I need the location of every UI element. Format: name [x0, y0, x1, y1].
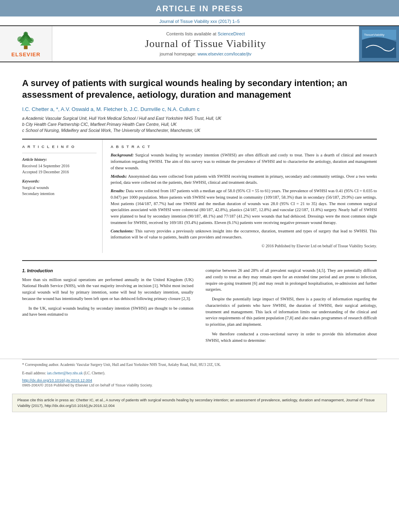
elsevier-logo-area: ELSEVIER	[0, 26, 52, 62]
article-dates: Received 14 September 2016 Accepted 19 D…	[22, 163, 97, 175]
body-col-left: 1. Introduction More than six million su…	[22, 267, 193, 347]
abstract-body: Background: Surgical wounds healing by s…	[111, 152, 377, 240]
svg-point-4	[18, 36, 24, 42]
svg-point-5	[29, 38, 34, 43]
footnote-area: * Corresponding author. Academic Vascula…	[0, 359, 399, 387]
keywords-label: Keywords:	[22, 179, 97, 183]
main-content: A survey of patients with surgical wound…	[0, 62, 399, 355]
section-separator	[22, 260, 377, 261]
article-in-press-banner: ARTICLE IN PRESS	[0, 0, 399, 16]
intro-para-3: comprise between 26 and 28% of all preva…	[206, 267, 377, 293]
abstract-results: Results: Data were collected from 187 pa…	[111, 188, 377, 226]
corresponding-author-note: * Corresponding author. Academic Vascula…	[22, 362, 377, 368]
abstract-conclusions: Conclusions: This survey provides a prev…	[111, 228, 377, 241]
email-note: E-mail address: ian.chetter@hey.nhs.uk (…	[22, 370, 377, 376]
tissue-viability-logo-area: TissueViability	[359, 26, 399, 62]
affiliation-a: a Academic Vascular Surgical Unit, Hull …	[22, 115, 377, 121]
svg-text:TissueViability: TissueViability	[364, 33, 385, 37]
elsevier-wordmark: ELSEVIER	[11, 51, 40, 58]
authors-line: I.C. Chetter a, *, A.V. Oswald a, M. Fle…	[22, 106, 377, 112]
doi-link[interactable]: http://dx.doi.org/10.1016/j.jtv.2016.12.…	[22, 378, 377, 382]
abstract-heading: A B S T R A C T	[111, 144, 377, 149]
intro-para-1: More than six million surgical operation…	[22, 277, 193, 302]
elsevier-tree-icon	[12, 30, 40, 50]
sciencedirect-link[interactable]: ScienceDirect	[218, 31, 245, 36]
abstract-col: A B S T R A C T Background: Surgical wou…	[103, 140, 377, 253]
intro-para-2: In the UK, surgical wounds healing by se…	[22, 305, 193, 318]
sciencedirect-line: Contents lists available at ScienceDirec…	[166, 31, 245, 36]
history-label: Article history:	[22, 157, 97, 162]
article-title: A survey of patients with surgical wound…	[22, 78, 377, 101]
affiliations: a Academic Vascular Surgical Unit, Hull …	[22, 115, 377, 133]
keywords-list: Surgical wounds Secondary intention	[22, 185, 97, 197]
article-info-abstract-section: A R T I C L E I N F O Article history: R…	[22, 139, 377, 253]
tissue-viability-logo-icon: TissueViability	[362, 30, 396, 58]
issn-line: 0965-206X/© 2016 Published by Elsevier L…	[22, 383, 377, 387]
journal-homepage-line: journal homepage: www.elsevier.com/locat…	[160, 51, 251, 56]
body-content: 1. Introduction More than six million su…	[22, 267, 377, 347]
abstract-background: Background: Surgical wounds healing by s…	[111, 152, 377, 171]
intro-para-4: Despite the potentially large impact of …	[206, 296, 377, 328]
journal-info-center: Contents lists available at ScienceDirec…	[52, 26, 359, 62]
affiliation-c: c School of Nursing, Midwifery and Socia…	[22, 127, 377, 134]
introduction-heading: 1. Introduction	[22, 267, 193, 274]
journal-header: ELSEVIER Contents lists available at Sci…	[0, 25, 399, 62]
abstract-methods: Methods: Anonymised data were collected …	[111, 173, 377, 186]
svg-point-6	[24, 32, 28, 36]
svg-rect-0	[24, 45, 28, 49]
journal-title: Journal of Tissue Viability	[145, 38, 266, 50]
intro-para-5: We therefore conducted a cross-sectional…	[206, 331, 377, 344]
journal-homepage-link[interactable]: www.elsevier.com/locate/jtv	[197, 51, 251, 56]
cite-bar: Please cite this article in press as: Ch…	[12, 394, 387, 413]
journal-reference: Journal of Tissue Viability xxx (2017) 1…	[0, 16, 399, 25]
copyright-line: © 2016 Published by Elsevier Ltd on beha…	[111, 244, 377, 248]
email-link[interactable]: ian.chetter@hey.nhs.uk	[47, 371, 83, 375]
body-col-right: comprise between 26 and 28% of all preva…	[206, 267, 377, 347]
article-info-col: A R T I C L E I N F O Article history: R…	[22, 140, 103, 253]
affiliation-b: b City Health Care Partnership CIC, Marf…	[22, 121, 377, 127]
article-info-heading: A R T I C L E I N F O	[22, 144, 97, 149]
